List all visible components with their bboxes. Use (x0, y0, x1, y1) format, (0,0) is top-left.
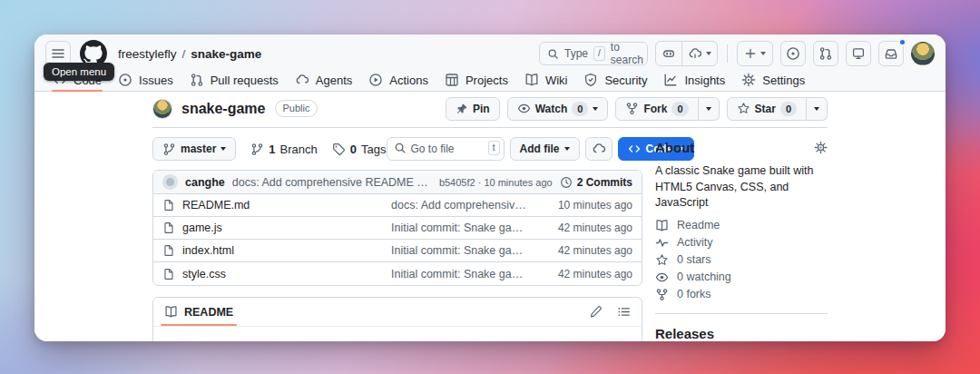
copilot-chat-dropdown[interactable] (681, 42, 717, 65)
user-avatar[interactable] (911, 42, 935, 65)
forks-link[interactable]: 0 forks (655, 286, 828, 303)
fork-count: 0 (671, 102, 688, 116)
breadcrumb-owner[interactable]: freestylefly (118, 47, 177, 61)
tab-label: Security (604, 74, 647, 87)
link-label: Readme (677, 219, 720, 231)
readme-header: README (153, 298, 642, 327)
outline-list-icon[interactable] (617, 305, 631, 319)
tab-label: Pull requests (211, 74, 279, 87)
file-commit-message[interactable]: Initial commit: Snake game with HTML5 Ca… (391, 244, 542, 257)
fork-icon (655, 288, 669, 301)
file-link[interactable]: index.html (162, 244, 391, 257)
fork-label: Fork (643, 103, 667, 115)
tab-label: Insights (684, 74, 725, 87)
about-title: About (655, 140, 694, 155)
goto-file-search: t (387, 137, 505, 161)
commit-message[interactable]: docs: Add comprehensive README generated… (232, 176, 432, 189)
commit-history-link[interactable]: 2 Commits (560, 176, 632, 189)
add-file-button[interactable]: Add file (510, 137, 580, 161)
fork-dropdown-button[interactable] (699, 97, 720, 121)
copilot-cloud-icon (688, 46, 702, 61)
tab-insights[interactable]: Insights (656, 69, 732, 91)
star-label: Star (755, 103, 776, 115)
github-repo-window: freestylefly / snake-game Type / to sear… (34, 34, 946, 341)
tab-label: Projects (466, 74, 508, 87)
file-row: style.css Initial commit: Snake game wit… (153, 262, 642, 285)
chevron-down-icon (706, 107, 711, 111)
tab-actions[interactable]: Actions (361, 69, 436, 91)
eye-icon (517, 102, 531, 115)
notification-dot (898, 38, 906, 46)
book-icon (524, 73, 539, 87)
t-key-badge: t (488, 141, 500, 155)
branch-stats: 1 Branch 0 Tags (250, 143, 386, 156)
global-search-input[interactable]: Type / to search (539, 42, 648, 65)
branch-icon (162, 143, 176, 156)
file-icon (162, 221, 175, 234)
sidebar-divider (655, 313, 828, 314)
watching-link[interactable]: 0 watching (655, 269, 828, 286)
pull-requests-dashboard-button[interactable] (813, 41, 838, 66)
repo-nav-tabs: Code Issues Pull requests Agents (45, 69, 935, 91)
branches-label: Branch (280, 143, 318, 156)
star-button[interactable]: Star 0 (727, 97, 807, 121)
tab-issues[interactable]: Issues (111, 69, 181, 91)
file-link[interactable]: README.md (162, 199, 391, 212)
file-commit-message[interactable]: Initial commit: Snake game with HTML5 Ca… (391, 221, 542, 234)
commit-author-avatar[interactable] (162, 174, 178, 190)
link-label: 0 stars (677, 253, 711, 266)
file-commit-message[interactable]: Initial commit: Snake game with HTML5 Ca… (391, 268, 542, 280)
file-link[interactable]: style.css (162, 268, 391, 280)
inbox-icon (884, 46, 898, 61)
create-new-button[interactable] (737, 41, 773, 66)
tab-pull-requests[interactable]: Pull requests (182, 69, 286, 91)
repo-owner-avatar[interactable] (152, 99, 172, 119)
monitor-icon (851, 46, 866, 61)
stars-link[interactable]: 0 stars (655, 251, 828, 269)
tab-agents[interactable]: Agents (288, 69, 359, 91)
repo-name[interactable]: snake-game (181, 101, 266, 117)
commit-author[interactable]: canghe (185, 176, 225, 189)
tags-link[interactable]: 0 Tags (332, 143, 387, 156)
readme-link[interactable]: Readme (655, 217, 828, 234)
tab-settings[interactable]: Settings (734, 69, 812, 91)
link-label: Activity (677, 236, 713, 249)
branch-selector-button[interactable]: master (152, 137, 236, 161)
fork-button[interactable]: Fork 0 (615, 97, 698, 121)
breadcrumb: freestylefly / snake-game (118, 47, 261, 61)
edit-repo-details-gear-icon[interactable] (814, 141, 828, 154)
pin-button[interactable]: Pin (446, 97, 500, 121)
readme-tab[interactable]: README (164, 298, 233, 326)
watch-button[interactable]: Watch 0 (507, 97, 609, 121)
devtools-panel-button[interactable] (846, 41, 871, 66)
issues-dashboard-button[interactable] (780, 41, 806, 66)
tab-projects[interactable]: Projects (437, 69, 515, 91)
tab-security[interactable]: Security (576, 69, 654, 91)
repo-description: A classic Snake game built with HTML5 Ca… (655, 163, 828, 212)
star-dropdown-button[interactable] (807, 97, 828, 121)
latest-commit-bar: canghe docs: Add comprehensive README ge… (153, 171, 642, 194)
star-count: 0 (780, 102, 797, 116)
branch-icon (250, 143, 264, 156)
copilot-button[interactable] (656, 42, 681, 65)
code-icon (628, 143, 641, 155)
file-commit-message[interactable]: docs: Add comprehensive README generated… (391, 199, 542, 212)
commit-meta[interactable]: b5405f2 · 10 minutes ago (439, 177, 553, 188)
file-name-label: game.js (182, 221, 222, 234)
file-commit-time: 42 minutes ago (542, 268, 632, 280)
tab-wiki[interactable]: Wiki (517, 69, 575, 91)
copilot-icon (662, 46, 676, 61)
tab-label: Wiki (545, 74, 568, 87)
file-icon (162, 244, 175, 257)
breadcrumb-repo[interactable]: snake-game (191, 47, 261, 61)
branches-link[interactable]: 1 Branch (250, 143, 317, 156)
activity-link[interactable]: Activity (655, 234, 828, 251)
pencil-icon[interactable] (589, 305, 603, 319)
inbox-button[interactable] (878, 41, 904, 66)
file-link[interactable]: game.js (162, 221, 391, 234)
pull-request-icon (818, 46, 833, 61)
copilot-workspace-button[interactable] (585, 137, 612, 161)
tags-count: 0 (350, 143, 357, 156)
chevron-down-icon (814, 107, 819, 111)
chevron-down-icon (593, 107, 598, 111)
